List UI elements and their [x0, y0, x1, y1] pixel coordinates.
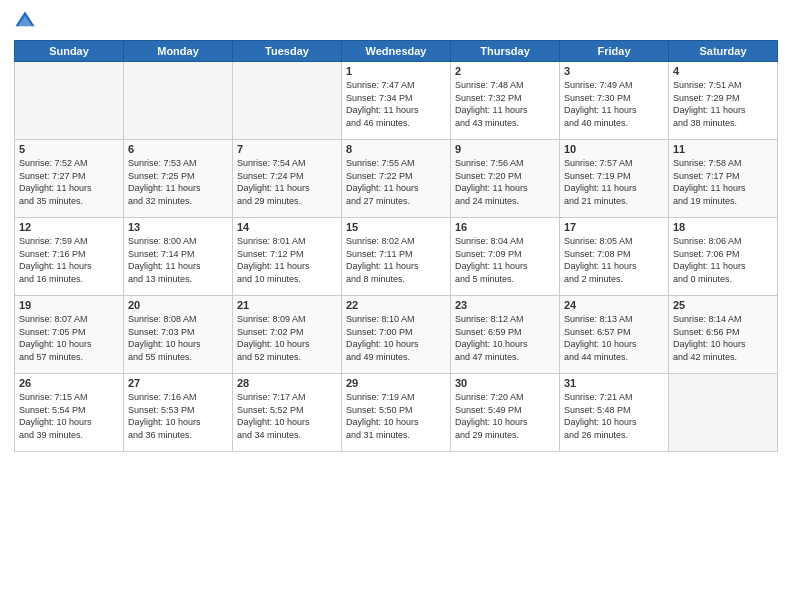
calendar-week-5: 26Sunrise: 7:15 AM Sunset: 5:54 PM Dayli…	[15, 374, 778, 452]
day-number: 14	[237, 221, 337, 233]
calendar-cell: 26Sunrise: 7:15 AM Sunset: 5:54 PM Dayli…	[15, 374, 124, 452]
day-number: 7	[237, 143, 337, 155]
weekday-header-tuesday: Tuesday	[233, 41, 342, 62]
calendar-cell: 17Sunrise: 8:05 AM Sunset: 7:08 PM Dayli…	[560, 218, 669, 296]
calendar-week-4: 19Sunrise: 8:07 AM Sunset: 7:05 PM Dayli…	[15, 296, 778, 374]
day-info: Sunrise: 7:21 AM Sunset: 5:48 PM Dayligh…	[564, 391, 664, 441]
day-number: 13	[128, 221, 228, 233]
day-number: 4	[673, 65, 773, 77]
day-info: Sunrise: 7:57 AM Sunset: 7:19 PM Dayligh…	[564, 157, 664, 207]
day-number: 30	[455, 377, 555, 389]
calendar-cell	[124, 62, 233, 140]
calendar-cell: 27Sunrise: 7:16 AM Sunset: 5:53 PM Dayli…	[124, 374, 233, 452]
calendar-cell: 13Sunrise: 8:00 AM Sunset: 7:14 PM Dayli…	[124, 218, 233, 296]
day-number: 11	[673, 143, 773, 155]
calendar-cell: 21Sunrise: 8:09 AM Sunset: 7:02 PM Dayli…	[233, 296, 342, 374]
day-number: 19	[19, 299, 119, 311]
day-number: 21	[237, 299, 337, 311]
weekday-header-friday: Friday	[560, 41, 669, 62]
day-info: Sunrise: 8:07 AM Sunset: 7:05 PM Dayligh…	[19, 313, 119, 363]
logo	[14, 10, 40, 32]
weekday-header-monday: Monday	[124, 41, 233, 62]
calendar-cell: 16Sunrise: 8:04 AM Sunset: 7:09 PM Dayli…	[451, 218, 560, 296]
weekday-header-sunday: Sunday	[15, 41, 124, 62]
calendar-cell: 14Sunrise: 8:01 AM Sunset: 7:12 PM Dayli…	[233, 218, 342, 296]
calendar-cell: 31Sunrise: 7:21 AM Sunset: 5:48 PM Dayli…	[560, 374, 669, 452]
day-info: Sunrise: 8:02 AM Sunset: 7:11 PM Dayligh…	[346, 235, 446, 285]
calendar-cell: 6Sunrise: 7:53 AM Sunset: 7:25 PM Daylig…	[124, 140, 233, 218]
day-number: 5	[19, 143, 119, 155]
day-number: 22	[346, 299, 446, 311]
day-info: Sunrise: 8:01 AM Sunset: 7:12 PM Dayligh…	[237, 235, 337, 285]
day-info: Sunrise: 7:16 AM Sunset: 5:53 PM Dayligh…	[128, 391, 228, 441]
calendar-cell: 23Sunrise: 8:12 AM Sunset: 6:59 PM Dayli…	[451, 296, 560, 374]
day-info: Sunrise: 7:55 AM Sunset: 7:22 PM Dayligh…	[346, 157, 446, 207]
day-number: 3	[564, 65, 664, 77]
calendar-cell: 7Sunrise: 7:54 AM Sunset: 7:24 PM Daylig…	[233, 140, 342, 218]
day-info: Sunrise: 7:48 AM Sunset: 7:32 PM Dayligh…	[455, 79, 555, 129]
calendar-week-1: 1Sunrise: 7:47 AM Sunset: 7:34 PM Daylig…	[15, 62, 778, 140]
calendar-cell	[15, 62, 124, 140]
day-number: 26	[19, 377, 119, 389]
day-info: Sunrise: 7:59 AM Sunset: 7:16 PM Dayligh…	[19, 235, 119, 285]
day-info: Sunrise: 7:19 AM Sunset: 5:50 PM Dayligh…	[346, 391, 446, 441]
day-number: 12	[19, 221, 119, 233]
day-info: Sunrise: 8:06 AM Sunset: 7:06 PM Dayligh…	[673, 235, 773, 285]
day-number: 2	[455, 65, 555, 77]
day-info: Sunrise: 7:53 AM Sunset: 7:25 PM Dayligh…	[128, 157, 228, 207]
day-info: Sunrise: 7:56 AM Sunset: 7:20 PM Dayligh…	[455, 157, 555, 207]
weekday-header-saturday: Saturday	[669, 41, 778, 62]
day-number: 18	[673, 221, 773, 233]
day-info: Sunrise: 8:09 AM Sunset: 7:02 PM Dayligh…	[237, 313, 337, 363]
calendar-cell: 9Sunrise: 7:56 AM Sunset: 7:20 PM Daylig…	[451, 140, 560, 218]
day-info: Sunrise: 7:49 AM Sunset: 7:30 PM Dayligh…	[564, 79, 664, 129]
day-info: Sunrise: 8:05 AM Sunset: 7:08 PM Dayligh…	[564, 235, 664, 285]
calendar-cell: 5Sunrise: 7:52 AM Sunset: 7:27 PM Daylig…	[15, 140, 124, 218]
calendar-cell: 18Sunrise: 8:06 AM Sunset: 7:06 PM Dayli…	[669, 218, 778, 296]
day-number: 10	[564, 143, 664, 155]
day-info: Sunrise: 8:04 AM Sunset: 7:09 PM Dayligh…	[455, 235, 555, 285]
calendar-cell: 8Sunrise: 7:55 AM Sunset: 7:22 PM Daylig…	[342, 140, 451, 218]
day-number: 15	[346, 221, 446, 233]
calendar-cell: 22Sunrise: 8:10 AM Sunset: 7:00 PM Dayli…	[342, 296, 451, 374]
calendar-cell	[669, 374, 778, 452]
calendar-cell: 25Sunrise: 8:14 AM Sunset: 6:56 PM Dayli…	[669, 296, 778, 374]
day-number: 9	[455, 143, 555, 155]
day-info: Sunrise: 7:47 AM Sunset: 7:34 PM Dayligh…	[346, 79, 446, 129]
calendar-cell: 19Sunrise: 8:07 AM Sunset: 7:05 PM Dayli…	[15, 296, 124, 374]
day-number: 27	[128, 377, 228, 389]
calendar-cell: 20Sunrise: 8:08 AM Sunset: 7:03 PM Dayli…	[124, 296, 233, 374]
calendar-cell: 28Sunrise: 7:17 AM Sunset: 5:52 PM Dayli…	[233, 374, 342, 452]
day-number: 8	[346, 143, 446, 155]
day-number: 16	[455, 221, 555, 233]
calendar-cell: 29Sunrise: 7:19 AM Sunset: 5:50 PM Dayli…	[342, 374, 451, 452]
calendar-cell: 12Sunrise: 7:59 AM Sunset: 7:16 PM Dayli…	[15, 218, 124, 296]
day-number: 6	[128, 143, 228, 155]
day-info: Sunrise: 7:58 AM Sunset: 7:17 PM Dayligh…	[673, 157, 773, 207]
day-info: Sunrise: 7:20 AM Sunset: 5:49 PM Dayligh…	[455, 391, 555, 441]
day-info: Sunrise: 7:54 AM Sunset: 7:24 PM Dayligh…	[237, 157, 337, 207]
day-number: 29	[346, 377, 446, 389]
calendar-cell: 10Sunrise: 7:57 AM Sunset: 7:19 PM Dayli…	[560, 140, 669, 218]
calendar-cell: 4Sunrise: 7:51 AM Sunset: 7:29 PM Daylig…	[669, 62, 778, 140]
day-number: 31	[564, 377, 664, 389]
calendar-cell: 1Sunrise: 7:47 AM Sunset: 7:34 PM Daylig…	[342, 62, 451, 140]
day-number: 28	[237, 377, 337, 389]
calendar-cell: 11Sunrise: 7:58 AM Sunset: 7:17 PM Dayli…	[669, 140, 778, 218]
day-number: 17	[564, 221, 664, 233]
day-info: Sunrise: 7:15 AM Sunset: 5:54 PM Dayligh…	[19, 391, 119, 441]
day-info: Sunrise: 8:13 AM Sunset: 6:57 PM Dayligh…	[564, 313, 664, 363]
day-info: Sunrise: 7:51 AM Sunset: 7:29 PM Dayligh…	[673, 79, 773, 129]
day-info: Sunrise: 8:00 AM Sunset: 7:14 PM Dayligh…	[128, 235, 228, 285]
header	[14, 10, 778, 32]
calendar-cell: 24Sunrise: 8:13 AM Sunset: 6:57 PM Dayli…	[560, 296, 669, 374]
calendar-cell: 15Sunrise: 8:02 AM Sunset: 7:11 PM Dayli…	[342, 218, 451, 296]
calendar-week-3: 12Sunrise: 7:59 AM Sunset: 7:16 PM Dayli…	[15, 218, 778, 296]
day-info: Sunrise: 8:12 AM Sunset: 6:59 PM Dayligh…	[455, 313, 555, 363]
day-number: 23	[455, 299, 555, 311]
day-info: Sunrise: 7:52 AM Sunset: 7:27 PM Dayligh…	[19, 157, 119, 207]
day-number: 1	[346, 65, 446, 77]
calendar-cell: 2Sunrise: 7:48 AM Sunset: 7:32 PM Daylig…	[451, 62, 560, 140]
day-number: 20	[128, 299, 228, 311]
weekday-header-wednesday: Wednesday	[342, 41, 451, 62]
